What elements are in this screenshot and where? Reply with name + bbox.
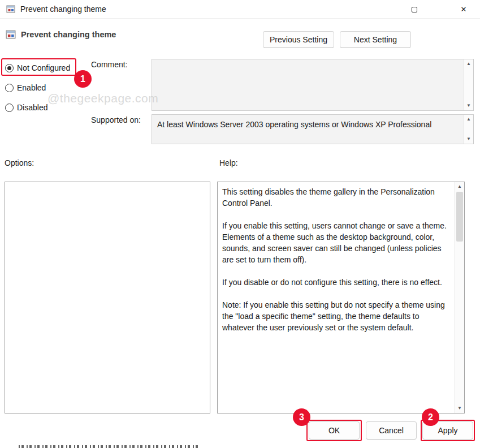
titlebar: Prevent changing theme ✕: [0, 0, 480, 19]
ok-button[interactable]: OK: [309, 421, 360, 440]
radio-disabled[interactable]: Disabled: [5, 102, 47, 113]
comment-label: Comment:: [91, 60, 128, 69]
close-icon: ✕: [461, 6, 467, 13]
cancel-button[interactable]: Cancel: [366, 421, 417, 440]
radio-not-configured-circle[interactable]: [5, 64, 14, 72]
apply-button[interactable]: Apply: [422, 421, 473, 440]
comment-value: [152, 59, 473, 68]
supported-on-scrollbar[interactable]: ▲ ▼: [464, 115, 473, 144]
scroll-down-icon[interactable]: ▼: [464, 102, 473, 110]
options-label: Options:: [5, 158, 34, 167]
supported-on-label: Supported on:: [91, 115, 141, 124]
comment-field[interactable]: ▲ ▼: [152, 59, 474, 111]
watermark: @thegeekpage.com: [47, 92, 158, 105]
supported-on-field: At least Windows Server 2003 operating s…: [152, 114, 474, 144]
help-label: Help:: [219, 158, 238, 167]
policy-setting-icon: [6, 29, 16, 40]
help-text: This setting disables the theme gallery …: [222, 186, 449, 344]
annotation-badge-1: 1: [74, 70, 92, 88]
scrollbar-thumb[interactable]: [456, 192, 463, 242]
scroll-down-icon[interactable]: ▼: [455, 404, 464, 412]
policy-setting-dialog: Prevent changing theme ✕ Prevent changin…: [0, 0, 480, 448]
radio-disabled-label[interactable]: Disabled: [17, 103, 47, 112]
scroll-up-icon[interactable]: ▲: [464, 115, 473, 123]
help-paragraph: This setting disables the theme gallery …: [222, 186, 449, 209]
setting-title: Prevent changing theme: [21, 30, 116, 39]
help-paragraph: Note: If you enable this setting but do …: [222, 299, 449, 333]
close-button[interactable]: ✕: [451, 0, 477, 19]
scroll-up-icon[interactable]: ▲: [464, 60, 473, 68]
help-paragraph: If you disable or do not configure this …: [222, 277, 449, 288]
scroll-down-icon[interactable]: ▼: [464, 135, 473, 143]
comment-scrollbar[interactable]: ▲ ▼: [464, 59, 473, 110]
help-scrollbar[interactable]: ▲ ▼: [455, 182, 464, 413]
supported-on-value: At least Windows Server 2003 operating s…: [152, 115, 473, 134]
maximize-icon: [412, 7, 417, 12]
maximize-button[interactable]: [401, 0, 427, 19]
policy-icon: [6, 5, 15, 14]
radio-not-configured[interactable]: Not Configured: [5, 62, 70, 74]
radio-disabled-circle[interactable]: [5, 104, 14, 112]
radio-not-configured-label[interactable]: Not Configured: [17, 63, 70, 72]
help-paragraph: If you enable this setting, users cannot…: [222, 220, 449, 265]
help-panel: This setting disables the theme gallery …: [217, 182, 465, 413]
options-panel: [5, 182, 210, 413]
window-title: Prevent changing theme: [20, 0, 106, 19]
previous-setting-button[interactable]: Previous Setting: [263, 31, 334, 48]
scroll-up-icon[interactable]: ▲: [455, 183, 464, 191]
next-setting-button[interactable]: Next Setting: [340, 31, 411, 48]
radio-enabled[interactable]: Enabled: [5, 82, 46, 93]
cropped-text-strip: [19, 445, 200, 448]
radio-enabled-circle[interactable]: [5, 84, 14, 92]
radio-enabled-label[interactable]: Enabled: [17, 83, 46, 92]
